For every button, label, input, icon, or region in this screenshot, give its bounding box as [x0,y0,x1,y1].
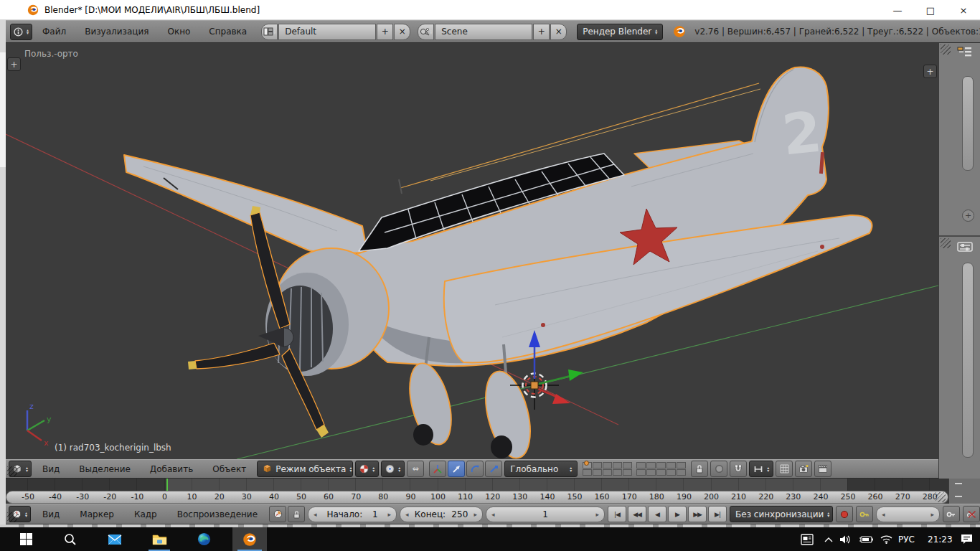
layout-browse-button[interactable]: ▴▾ [261,24,278,40]
scene-remove-button[interactable]: × [550,24,567,40]
outliner-scrollbar[interactable] [962,76,974,171]
volume-button[interactable] [834,527,856,551]
layer-toggle[interactable] [636,469,646,476]
increment-arrow-icon[interactable]: ▸ [387,511,391,518]
manipulator-rotate-button[interactable] [466,461,484,477]
layer-toggle[interactable] [666,462,676,468]
manipulator-axis-button[interactable] [429,461,446,477]
snap-element-select[interactable]: ▴▾ [749,461,773,477]
layout-name-field[interactable]: Default [278,24,376,40]
airplane-model[interactable]: 2 [124,67,872,459]
end-frame-field[interactable]: ◂ Конец: 250 ▸ [400,507,483,522]
layer-toggle[interactable] [603,469,612,476]
layout-remove-button[interactable]: × [394,24,410,40]
proportional-edit-button[interactable] [710,461,727,477]
editor-type-info-button[interactable]: ▴▾ [10,24,32,40]
manipulate-center-points-button[interactable]: ⇔ [407,461,424,477]
auto-keyframe-button[interactable] [836,506,853,522]
play-reverse-button[interactable]: ◀ [648,506,666,522]
timeline-ruler[interactable]: -50-40-30-20-100102030405060708090100110… [6,491,948,504]
timeline-track[interactable] [6,479,948,491]
snap-toggle-button[interactable] [730,461,747,477]
area-resize-grip[interactable] [7,512,17,522]
decrement-arrow-icon[interactable]: ◂ [314,511,317,518]
properties-scrollbar[interactable] [962,263,974,458]
menu-view-timeline[interactable]: Вид [34,509,68,519]
blender-taskbar-button[interactable] [232,527,267,551]
viewport-3d[interactable]: 2 [6,43,938,459]
scene-name-field[interactable]: Scene [435,24,532,40]
lock-frame-range-button[interactable] [288,506,305,522]
editor-divider[interactable] [939,235,980,237]
insert-keyframe-button[interactable] [943,506,960,522]
layer-toggle[interactable] [583,462,592,468]
sync-mode-select[interactable]: Без синхронизации ▴▾ [730,506,833,522]
mail-app-button[interactable] [99,527,131,551]
area-resize-grip[interactable] [936,492,946,502]
layer-toggle[interactable] [583,469,592,476]
menu-view[interactable]: Вид [34,464,68,474]
prev-keyframe-button[interactable]: ◀◀ [628,506,646,522]
active-keying-set-field[interactable]: ◂▸ [876,507,940,522]
layout-add-button[interactable]: + [377,24,393,40]
pivot-point-select[interactable]: ▴▾ [381,461,405,477]
clock-time[interactable]: 21:23 [928,527,953,551]
decrement-arrow-icon[interactable]: ◂ [491,511,495,518]
layer-toggle[interactable] [623,469,632,476]
layer-toggle[interactable] [623,462,632,468]
layer-toggle[interactable] [613,462,622,468]
layer-toggle[interactable] [593,469,602,476]
opengl-render-anim-button[interactable] [814,461,831,477]
battery-button[interactable] [854,527,877,551]
scene-browse-button[interactable]: ▴▾ [418,24,434,40]
menu-render[interactable]: Визуализация [76,27,157,37]
next-keyframe-button[interactable]: ▶▶ [688,506,707,522]
layer-toggle[interactable] [677,469,686,476]
decrement-arrow-icon[interactable]: ◂ [405,511,409,518]
layer-toggle[interactable] [646,462,656,468]
start-button[interactable] [10,527,42,551]
menu-select[interactable]: Выделение [70,464,138,474]
lock-to-scene-button[interactable] [691,461,708,477]
menu-add[interactable]: Добавить [141,464,202,474]
increment-arrow-icon[interactable]: ▸ [474,511,478,518]
close-button[interactable]: × [947,0,980,20]
layers-widget[interactable] [583,462,686,476]
outliner-plus-button[interactable]: + [962,209,974,222]
toolshelf-expand-button[interactable]: + [7,57,21,71]
menu-help[interactable]: Справка [200,27,255,37]
opengl-render-image-button[interactable] [795,461,812,477]
timeline-ruler-row[interactable]: -50-40-30-20-100102030405060708090100110… [6,491,948,504]
menu-object[interactable]: Объект [204,464,255,474]
layer-toggle[interactable] [666,469,676,476]
layer-toggle[interactable] [646,469,656,476]
use-preview-range-button[interactable] [269,506,286,522]
properties-expand-button[interactable]: + [923,65,937,78]
menu-frame[interactable]: Кадр [126,509,166,519]
menu-playback[interactable]: Воспроизведение [169,509,266,519]
viewport-canvas[interactable]: 2 [6,43,938,459]
news-widget-button[interactable] [795,527,819,551]
layer-toggle[interactable] [656,462,666,468]
transform-orientation-select[interactable]: Глобально ▴▾ [504,461,578,477]
layer-toggle[interactable] [656,469,666,476]
action-center-button[interactable] [956,527,977,551]
manipulator-translate-button[interactable] [448,461,465,477]
keying-set-button[interactable] [856,506,873,522]
jump-to-start-button[interactable]: |◀ [608,506,626,522]
layer-toggle[interactable] [636,462,646,468]
maximize-button[interactable]: □ [914,0,947,20]
language-indicator[interactable]: РУС [898,527,915,551]
snap-peel-button[interactable] [776,461,793,477]
current-frame-field[interactable]: ◂ 1 ▸ [486,507,605,522]
file-explorer-button[interactable] [143,527,175,551]
layer-toggle[interactable] [677,462,686,468]
menu-file[interactable]: Файл [34,27,75,37]
area-resize-grip[interactable] [941,44,951,55]
manipulator-scale-button[interactable] [485,461,502,477]
layer-toggle[interactable] [613,469,622,476]
minimize-button[interactable]: — [881,0,914,20]
layer-toggle[interactable] [603,462,612,468]
menu-marker[interactable]: Маркер [71,509,123,519]
search-button[interactable] [55,527,86,551]
